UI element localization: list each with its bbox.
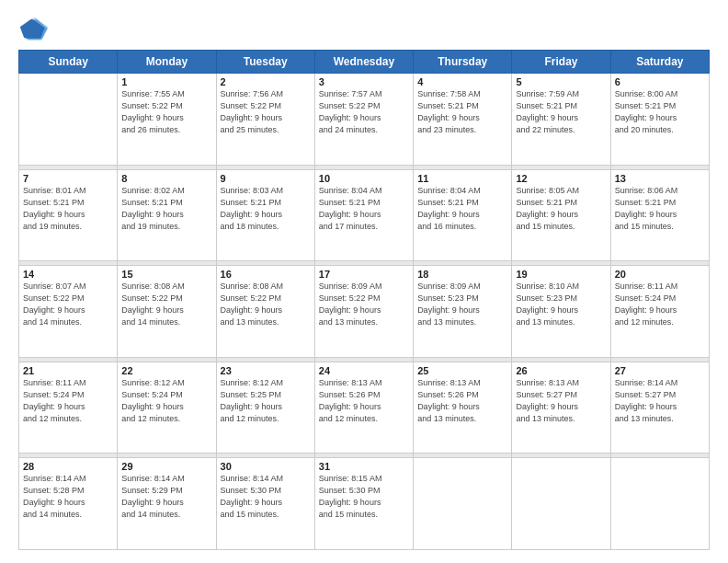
calendar-cell [414, 458, 512, 550]
day-info: Sunrise: 8:04 AM Sunset: 5:21 PM Dayligh… [417, 185, 507, 233]
calendar-header-monday: Monday [118, 51, 216, 74]
calendar-cell: 25Sunrise: 8:13 AM Sunset: 5:26 PM Dayli… [414, 362, 512, 454]
day-number: 28 [23, 461, 113, 472]
day-number: 30 [221, 461, 311, 472]
page: SundayMondayTuesdayWednesdayThursdayFrid… [0, 0, 728, 563]
day-number: 14 [23, 269, 113, 280]
day-info: Sunrise: 7:55 AM Sunset: 5:22 PM Dayligh… [121, 88, 211, 136]
day-number: 6 [615, 76, 705, 87]
day-info: Sunrise: 8:10 AM Sunset: 5:23 PM Dayligh… [516, 281, 606, 328]
calendar-cell [512, 458, 610, 550]
calendar-cell: 30Sunrise: 8:14 AM Sunset: 5:30 PM Dayli… [216, 458, 314, 550]
day-info: Sunrise: 8:13 AM Sunset: 5:27 PM Dayligh… [516, 377, 606, 425]
calendar-header-sunday: Sunday [19, 51, 118, 74]
calendar-cell: 22Sunrise: 8:12 AM Sunset: 5:24 PM Dayli… [118, 362, 216, 454]
day-number: 1 [121, 76, 211, 87]
day-info: Sunrise: 8:08 AM Sunset: 5:22 PM Dayligh… [121, 281, 211, 328]
day-info: Sunrise: 7:59 AM Sunset: 5:21 PM Dayligh… [516, 88, 606, 136]
day-number: 29 [121, 461, 211, 472]
header [18, 17, 710, 42]
day-info: Sunrise: 8:14 AM Sunset: 5:28 PM Dayligh… [23, 473, 113, 521]
day-info: Sunrise: 8:11 AM Sunset: 5:24 PM Dayligh… [23, 377, 113, 425]
logo-icon [18, 17, 48, 42]
day-info: Sunrise: 8:00 AM Sunset: 5:21 PM Dayligh… [615, 88, 705, 136]
day-number: 7 [23, 173, 113, 184]
calendar-cell: 12Sunrise: 8:05 AM Sunset: 5:21 PM Dayli… [512, 169, 610, 261]
calendar-cell: 19Sunrise: 8:10 AM Sunset: 5:23 PM Dayli… [512, 266, 610, 358]
calendar-cell: 7Sunrise: 8:01 AM Sunset: 5:21 PM Daylig… [19, 169, 118, 261]
day-info: Sunrise: 8:06 AM Sunset: 5:21 PM Dayligh… [615, 185, 705, 233]
calendar-cell: 14Sunrise: 8:07 AM Sunset: 5:22 PM Dayli… [19, 266, 118, 358]
day-number: 11 [417, 173, 507, 184]
day-info: Sunrise: 8:01 AM Sunset: 5:21 PM Dayligh… [23, 185, 113, 233]
calendar-table: SundayMondayTuesdayWednesdayThursdayFrid… [18, 50, 710, 550]
calendar-cell: 18Sunrise: 8:09 AM Sunset: 5:23 PM Dayli… [414, 266, 512, 358]
calendar-cell [19, 74, 118, 166]
day-number: 21 [23, 365, 113, 376]
day-info: Sunrise: 8:12 AM Sunset: 5:24 PM Dayligh… [121, 377, 211, 425]
day-number: 12 [516, 173, 606, 184]
calendar-cell: 3Sunrise: 7:57 AM Sunset: 5:22 PM Daylig… [314, 74, 413, 166]
calendar-cell [610, 458, 709, 550]
day-number: 15 [121, 269, 211, 280]
day-info: Sunrise: 8:04 AM Sunset: 5:21 PM Dayligh… [319, 185, 409, 233]
day-info: Sunrise: 7:56 AM Sunset: 5:22 PM Dayligh… [221, 88, 311, 136]
calendar-week-row: 1Sunrise: 7:55 AM Sunset: 5:22 PM Daylig… [19, 74, 710, 166]
day-info: Sunrise: 8:14 AM Sunset: 5:27 PM Dayligh… [615, 377, 705, 425]
logo [18, 17, 51, 42]
calendar-week-row: 7Sunrise: 8:01 AM Sunset: 5:21 PM Daylig… [19, 169, 710, 261]
calendar-header-friday: Friday [512, 51, 610, 74]
calendar-cell: 6Sunrise: 8:00 AM Sunset: 5:21 PM Daylig… [610, 74, 709, 166]
calendar-cell: 24Sunrise: 8:13 AM Sunset: 5:26 PM Dayli… [314, 362, 413, 454]
day-info: Sunrise: 8:11 AM Sunset: 5:24 PM Dayligh… [615, 281, 705, 328]
calendar-cell: 23Sunrise: 8:12 AM Sunset: 5:25 PM Dayli… [216, 362, 314, 454]
calendar-cell: 28Sunrise: 8:14 AM Sunset: 5:28 PM Dayli… [19, 458, 118, 550]
day-number: 25 [417, 365, 507, 376]
calendar-header-thursday: Thursday [414, 51, 512, 74]
calendar-cell: 13Sunrise: 8:06 AM Sunset: 5:21 PM Dayli… [610, 169, 709, 261]
calendar-cell: 1Sunrise: 7:55 AM Sunset: 5:22 PM Daylig… [118, 74, 216, 166]
calendar-week-row: 14Sunrise: 8:07 AM Sunset: 5:22 PM Dayli… [19, 266, 710, 358]
day-number: 9 [221, 173, 311, 184]
day-info: Sunrise: 7:57 AM Sunset: 5:22 PM Dayligh… [319, 88, 409, 136]
calendar-cell: 31Sunrise: 8:15 AM Sunset: 5:30 PM Dayli… [314, 458, 413, 550]
day-number: 31 [319, 461, 409, 472]
day-info: Sunrise: 8:14 AM Sunset: 5:30 PM Dayligh… [221, 473, 311, 521]
calendar-cell: 10Sunrise: 8:04 AM Sunset: 5:21 PM Dayli… [314, 169, 413, 261]
day-number: 26 [516, 365, 606, 376]
day-info: Sunrise: 8:13 AM Sunset: 5:26 PM Dayligh… [319, 377, 409, 425]
calendar-cell: 20Sunrise: 8:11 AM Sunset: 5:24 PM Dayli… [610, 266, 709, 358]
day-number: 19 [516, 269, 606, 280]
day-number: 10 [319, 173, 409, 184]
calendar-cell: 26Sunrise: 8:13 AM Sunset: 5:27 PM Dayli… [512, 362, 610, 454]
calendar-header-wednesday: Wednesday [314, 51, 413, 74]
day-info: Sunrise: 8:09 AM Sunset: 5:22 PM Dayligh… [319, 281, 409, 328]
day-info: Sunrise: 8:08 AM Sunset: 5:22 PM Dayligh… [221, 281, 311, 328]
calendar-cell: 4Sunrise: 7:58 AM Sunset: 5:21 PM Daylig… [414, 74, 512, 166]
day-info: Sunrise: 8:05 AM Sunset: 5:21 PM Dayligh… [516, 185, 606, 233]
day-number: 4 [417, 76, 507, 87]
day-info: Sunrise: 8:07 AM Sunset: 5:22 PM Dayligh… [23, 281, 113, 328]
calendar-cell: 9Sunrise: 8:03 AM Sunset: 5:21 PM Daylig… [216, 169, 314, 261]
day-info: Sunrise: 8:09 AM Sunset: 5:23 PM Dayligh… [417, 281, 507, 328]
calendar-cell: 2Sunrise: 7:56 AM Sunset: 5:22 PM Daylig… [216, 74, 314, 166]
calendar-cell: 16Sunrise: 8:08 AM Sunset: 5:22 PM Dayli… [216, 266, 314, 358]
day-number: 18 [417, 269, 507, 280]
calendar-cell: 27Sunrise: 8:14 AM Sunset: 5:27 PM Dayli… [610, 362, 709, 454]
day-info: Sunrise: 8:12 AM Sunset: 5:25 PM Dayligh… [221, 377, 311, 425]
calendar-header-tuesday: Tuesday [216, 51, 314, 74]
calendar-week-row: 21Sunrise: 8:11 AM Sunset: 5:24 PM Dayli… [19, 362, 710, 454]
day-number: 2 [221, 76, 311, 87]
day-number: 16 [221, 269, 311, 280]
day-number: 8 [121, 173, 211, 184]
day-number: 24 [319, 365, 409, 376]
day-number: 17 [319, 269, 409, 280]
day-number: 23 [221, 365, 311, 376]
calendar-cell: 5Sunrise: 7:59 AM Sunset: 5:21 PM Daylig… [512, 74, 610, 166]
day-info: Sunrise: 7:58 AM Sunset: 5:21 PM Dayligh… [417, 88, 507, 136]
day-number: 27 [615, 365, 705, 376]
calendar-week-row: 28Sunrise: 8:14 AM Sunset: 5:28 PM Dayli… [19, 458, 710, 550]
calendar-cell: 8Sunrise: 8:02 AM Sunset: 5:21 PM Daylig… [118, 169, 216, 261]
day-info: Sunrise: 8:02 AM Sunset: 5:21 PM Dayligh… [121, 185, 211, 233]
day-number: 20 [615, 269, 705, 280]
